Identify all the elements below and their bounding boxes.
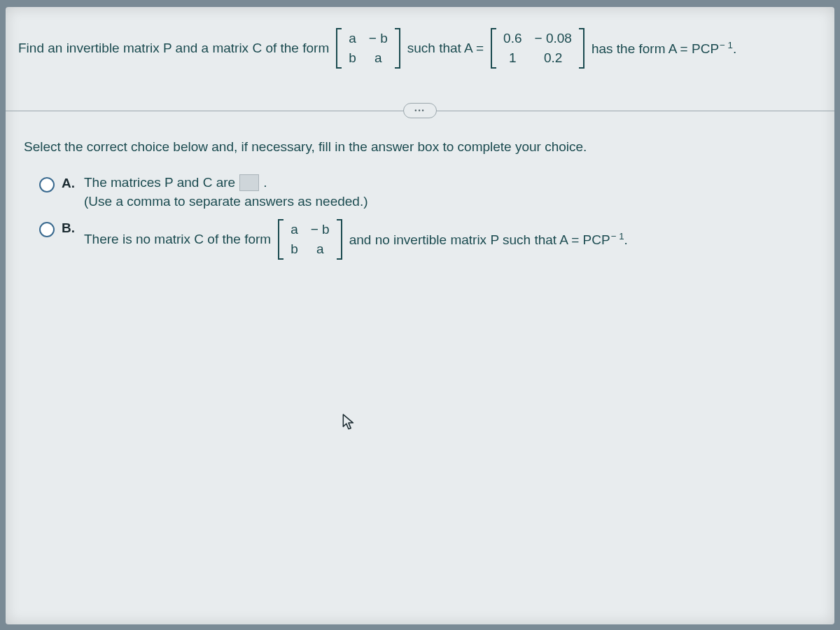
expand-pill[interactable]: ••• bbox=[403, 103, 437, 118]
cursor-icon bbox=[342, 413, 357, 431]
choice-a-hint: (Use a comma to separate answers as need… bbox=[84, 194, 368, 209]
exponent: − 1 bbox=[611, 231, 624, 241]
text: has the form A = PCP bbox=[592, 41, 719, 56]
cell: 0.6 bbox=[503, 31, 522, 46]
cell: − b bbox=[369, 31, 388, 46]
choice-a-label: A. bbox=[62, 176, 77, 191]
choice-a-line1: The matrices P and C are . bbox=[84, 174, 368, 191]
bracket-left-icon bbox=[336, 28, 342, 69]
text: There is no matrix C of the form bbox=[84, 232, 271, 247]
choice-a: A. The matrices P and C are . (Use a com… bbox=[18, 174, 822, 209]
answer-input[interactable] bbox=[239, 174, 259, 191]
matrix-form: a − b b a bbox=[336, 28, 400, 69]
text: . bbox=[263, 175, 267, 190]
cell: b bbox=[349, 50, 356, 66]
cell: − b bbox=[311, 222, 330, 237]
radio-a[interactable] bbox=[39, 177, 55, 192]
section-divider: ••• bbox=[6, 111, 834, 111]
instruction-text: Select the correct choice below and, if … bbox=[18, 139, 822, 155]
ellipsis-icon: ••• bbox=[414, 107, 425, 114]
cell: 1 bbox=[503, 50, 522, 66]
text: The matrices P and C are bbox=[84, 175, 235, 190]
text: . bbox=[733, 41, 736, 56]
cell: − 0.08 bbox=[535, 31, 572, 46]
bracket-right-icon bbox=[337, 219, 342, 260]
matrix-body: 0.6 − 0.08 1 0.2 bbox=[496, 28, 579, 69]
question-part-3: has the form A = PCP− 1. bbox=[592, 40, 736, 57]
question-part-1: Find an invertible matrix P and a matrix… bbox=[18, 41, 329, 56]
matrix-a: 0.6 − 0.08 1 0.2 bbox=[491, 28, 584, 69]
exponent: − 1 bbox=[720, 40, 733, 50]
question-part-2: such that A = bbox=[407, 41, 484, 56]
bracket-left-icon bbox=[491, 28, 496, 69]
radio-b[interactable] bbox=[39, 222, 55, 237]
bracket-right-icon bbox=[579, 28, 584, 69]
matrix-body: a − b b a bbox=[284, 219, 337, 260]
text: and no invertible matrix P such that A =… bbox=[349, 231, 628, 248]
choice-b: B. There is no matrix C of the form a − … bbox=[18, 219, 822, 260]
choice-b-body: There is no matrix C of the form a − b b… bbox=[84, 219, 628, 260]
cell: a bbox=[290, 222, 298, 237]
question-text: Find an invertible matrix P and a matrix… bbox=[18, 28, 822, 69]
bracket-left-icon bbox=[278, 219, 284, 260]
bracket-right-icon bbox=[395, 28, 400, 69]
matrix-form-b: a − b b a bbox=[278, 219, 342, 260]
cell: a bbox=[311, 241, 330, 257]
cell: a bbox=[349, 31, 356, 46]
choice-b-line: There is no matrix C of the form a − b b… bbox=[84, 219, 628, 260]
question-panel: Find an invertible matrix P and a matrix… bbox=[6, 7, 834, 624]
choice-b-label: B. bbox=[62, 220, 77, 236]
text: . bbox=[624, 232, 628, 247]
text: and no invertible matrix P such that A =… bbox=[349, 232, 610, 247]
cell: b bbox=[290, 241, 298, 257]
matrix-body: a − b b a bbox=[342, 28, 395, 69]
cell: a bbox=[369, 50, 388, 66]
cell: 0.2 bbox=[535, 50, 572, 66]
choice-a-body: The matrices P and C are . (Use a comma … bbox=[84, 174, 368, 209]
